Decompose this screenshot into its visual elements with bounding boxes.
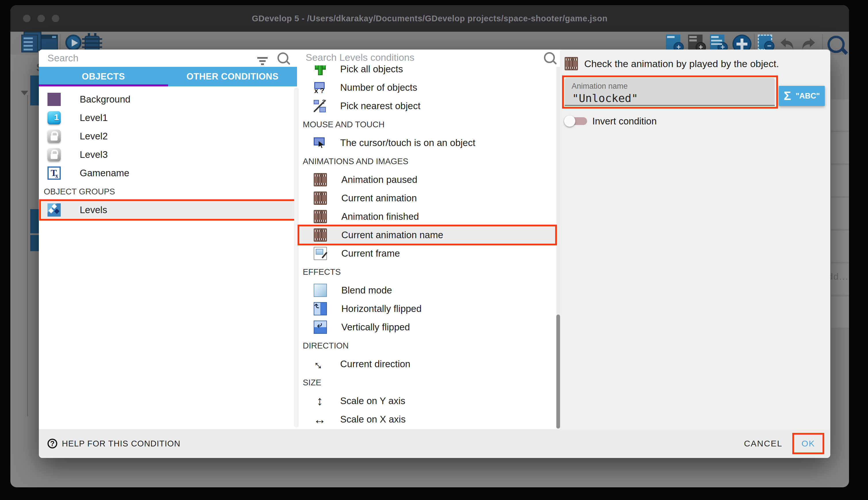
titlebar: GDevelop 5 - /Users/dkarakay/Documents/G… (10, 5, 849, 32)
condition-icon (314, 137, 326, 149)
condition-row: DIRECTION DIRECTION (299, 337, 556, 355)
condition-row[interactable]: Pick nearest object Pick nearest object (299, 97, 556, 115)
condition-row[interactable]: Current animation name Current animation… (299, 226, 556, 244)
condition-row[interactable]: Horizontally flipped Horizontally flippe… (299, 299, 556, 318)
object-row[interactable]: Level2 (39, 127, 297, 146)
condition-label: Animation finished (341, 211, 419, 222)
condition-label: Current animation (341, 193, 417, 204)
search-icon (278, 53, 289, 64)
condition-header: Check the animation by played by the obj… (565, 57, 779, 70)
condition-icon (314, 302, 327, 315)
cancel-button[interactable]: CANCEL (737, 433, 789, 454)
object-row[interactable]: Gamename (39, 164, 297, 182)
conditions-search-input[interactable] (299, 52, 544, 63)
event-block (30, 235, 39, 251)
object-icon (47, 148, 61, 161)
condition-row[interactable]: Animation paused Animation paused (299, 171, 556, 189)
condition-icon (314, 247, 327, 260)
event-block (30, 209, 39, 233)
condition-row[interactable]: Current frame Current frame (299, 244, 556, 263)
condition-icon (314, 358, 326, 370)
object-row[interactable]: Background (39, 90, 297, 109)
objects-list: Background Level1 Level2 Level3 (39, 90, 297, 182)
condition-icon (314, 100, 326, 112)
condition-section-header: EFFECTS (303, 267, 341, 277)
expression-builder-button[interactable]: Σ "ABC" (779, 86, 825, 106)
toggle-knob (564, 115, 575, 127)
objects-search-row (39, 49, 297, 66)
traffic-lights (23, 5, 59, 32)
toolbar-divider (822, 34, 823, 52)
condition-icon (314, 210, 327, 223)
condition-row: MOUSE AND TOUCH MOUSE AND TOUCH (299, 115, 556, 134)
event-tree-line (27, 95, 28, 416)
condition-row[interactable]: Vertically flipped Vertically flipped (299, 318, 556, 337)
condition-icon (314, 173, 327, 186)
tab-objects[interactable]: OBJECTS (39, 67, 168, 87)
minimize-button[interactable] (37, 15, 45, 22)
abc-label: "ABC" (796, 92, 820, 101)
condition-row[interactable]: Scale on Y axis Scale on Y axis (299, 392, 556, 410)
help-link[interactable]: ? HELP FOR THIS CONDITION (47, 439, 180, 448)
object-group-label: Levels (80, 204, 107, 215)
condition-section-header: ANIMATIONS AND IMAGES (303, 157, 408, 166)
object-row[interactable]: Level3 (39, 146, 297, 164)
object-groups-header: OBJECT GROUPS (39, 182, 302, 201)
object-row[interactable]: Level1 (39, 109, 297, 127)
condition-row[interactable]: Current direction Current direction (299, 355, 556, 373)
invert-condition-label: Invert condition (592, 116, 657, 127)
objects-scrollbar-track[interactable] (294, 88, 299, 428)
annotation-box-ok: OK (792, 433, 824, 454)
conditions-scrollbar-thumb[interactable] (556, 315, 560, 429)
add-event-icon: + (710, 35, 724, 50)
event-cell (831, 296, 849, 328)
redo-icon (801, 36, 817, 51)
condition-label: Vertically flipped (341, 322, 410, 333)
condition-icon (314, 320, 327, 334)
condition-row[interactable]: Current animation Current animation (299, 189, 556, 207)
condition-row[interactable]: Blend mode Blend mode (299, 281, 556, 299)
ok-button[interactable]: OK (794, 435, 822, 453)
invert-condition-toggle[interactable] (564, 115, 587, 127)
condition-section-header: SIZE (303, 378, 321, 387)
object-group-icon (47, 203, 61, 217)
remove-selection-icon: − (758, 35, 772, 50)
objects-search-input[interactable] (39, 53, 257, 64)
condition-label: Number of objects (340, 82, 417, 93)
event-block (30, 76, 39, 105)
search-icon (544, 52, 555, 63)
event-fold-arrow (21, 91, 28, 95)
close-button[interactable] (23, 15, 31, 22)
object-groups-list: Levels (39, 201, 297, 219)
object-label: Background (80, 94, 130, 105)
film-icon (565, 57, 578, 70)
filter-icon[interactable] (257, 57, 268, 59)
undo-icon (778, 36, 795, 51)
event-cell (831, 198, 849, 229)
condition-label: Current direction (340, 359, 410, 370)
sigma-icon: Σ (784, 89, 791, 103)
condition-row[interactable]: Number of objects Number of objects (299, 78, 556, 97)
conditions-list: Pick all objects Pick all objects Number… (299, 60, 560, 429)
invert-condition-row: Invert condition (564, 115, 657, 127)
toolbar-divider (60, 34, 60, 52)
object-label: Level1 (80, 112, 108, 123)
condition-icon (314, 284, 327, 297)
conditions-panel: Pick all objects Pick all objects Number… (299, 49, 560, 429)
condition-icon (314, 413, 326, 425)
window-title: GDevelop 5 - /Users/dkarakay/Documents/G… (10, 14, 849, 23)
condition-row[interactable]: The cursor/touch is on an object The cur… (299, 134, 556, 152)
condition-row[interactable]: Animation finished Animation finished (299, 207, 556, 226)
condition-row: ANIMATIONS AND IMAGES ANIMATIONS AND IMA… (299, 152, 556, 171)
tab-other-conditions[interactable]: OTHER CONDITIONS (168, 67, 297, 87)
panel-tabs: OBJECTS OTHER CONDITIONS (39, 67, 297, 87)
condition-row[interactable]: Scale on X axis Scale on X axis (299, 410, 556, 429)
condition-section-header: DIRECTION (303, 341, 349, 351)
condition-parameters-panel: Check the animation by played by the obj… (560, 49, 830, 429)
search-icon (828, 35, 845, 53)
condition-icon (314, 81, 326, 94)
object-group-row[interactable]: Levels (40, 201, 295, 219)
zoom-button[interactable] (52, 15, 59, 22)
condition-label: Animation paused (341, 174, 417, 185)
event-cell (831, 165, 849, 196)
